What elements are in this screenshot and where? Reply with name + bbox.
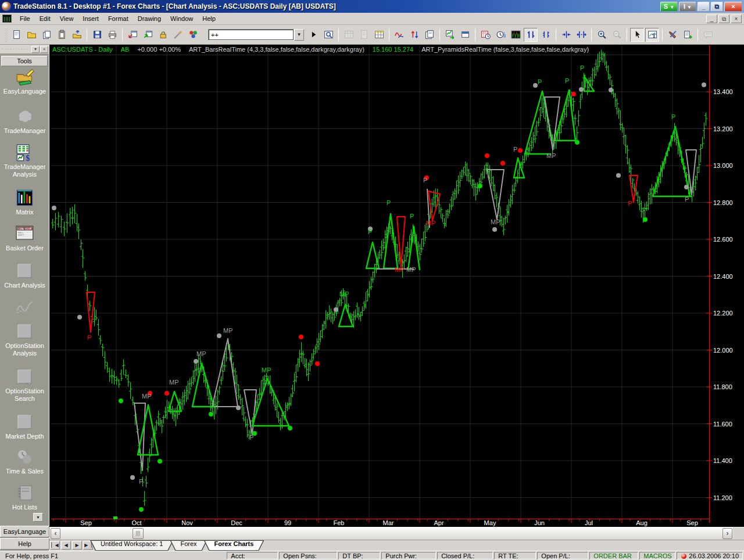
export-window-icon[interactable] — [141, 28, 155, 42]
decrease-bar-spacing-icon[interactable] — [559, 28, 573, 42]
zoom-out-icon — [610, 28, 624, 42]
sidebar-item-time-and-sales[interactable]: Time & Sales — [0, 448, 49, 475]
sidebar-group-help[interactable]: Help — [0, 538, 49, 550]
sidebar-item-trademanager-icon — [16, 107, 34, 127]
zoom-in-icon[interactable] — [595, 28, 609, 42]
sidebar-item-chart-line-icon — [16, 298, 34, 318]
svg-text:MP: MP — [406, 266, 416, 273]
lock-desktop-icon[interactable] — [156, 28, 170, 42]
quotes-table-icon[interactable] — [372, 28, 386, 42]
format-painter-icon[interactable] — [171, 28, 185, 42]
pointer-tool-icon[interactable] — [630, 28, 644, 42]
add-note-icon[interactable] — [681, 28, 695, 42]
save-desktop-icon[interactable] — [90, 28, 104, 42]
candle-style-icon[interactable] — [539, 28, 553, 42]
toolbar-separator — [87, 28, 87, 41]
sidebar-item-basket-order[interactable]: BUYSELLSELLMSFTBasket Order — [0, 225, 49, 252]
scroll-left-icon[interactable]: ‹ — [51, 528, 60, 539]
menu-insert[interactable]: Insert — [78, 13, 103, 24]
time-interval-icon[interactable] — [493, 28, 507, 42]
mdi-restore-button[interactable]: ⧉ — [718, 15, 729, 23]
prev-workspace-icon[interactable]: ◀ — [61, 541, 71, 550]
sidebar-item-trademanager-analysis[interactable]: $TradeManagerAnalysis — [0, 143, 49, 178]
print-icon[interactable] — [105, 28, 119, 42]
sidebar-item-easylanguage[interactable]: EasyLanguage — [0, 68, 49, 95]
colors-icon[interactable] — [186, 28, 200, 42]
svg-text:Oct: Oct — [131, 519, 141, 526]
menu-help[interactable]: Help — [198, 13, 220, 24]
sidebar-item-optionstation-analysis[interactable]: OptionStationAnalysis — [0, 322, 49, 357]
menu-format[interactable]: Format — [103, 13, 133, 24]
import-window-icon[interactable] — [126, 28, 140, 42]
drawing-tools-icon[interactable] — [666, 28, 679, 42]
chart-window-icon — [2, 15, 12, 23]
price-chart[interactable]: PPMPMPMPMPPMPMPPPMPMPPPMPMPPPMPPPPPP13.4… — [49, 45, 744, 527]
status-order-bar[interactable]: ORDER BAR — [589, 552, 638, 559]
command-line-input[interactable] — [208, 29, 294, 41]
mdi-close-button[interactable]: × — [731, 15, 742, 23]
close-workspace-icon[interactable] — [70, 28, 84, 42]
find-window-icon[interactable] — [321, 28, 335, 42]
sort-bars-icon[interactable] — [407, 28, 421, 42]
clipboard-icon[interactable] — [55, 28, 69, 42]
sidebar-item-chart-line[interactable] — [0, 298, 49, 318]
tools-group-button[interactable]: Tools — [1, 56, 48, 66]
status-macros[interactable]: MACROS — [639, 552, 675, 559]
sidebar-grip[interactable]: ·········· — [0, 46, 31, 52]
menu-drawing[interactable]: Drawing — [133, 13, 166, 24]
new-workspace-icon[interactable] — [9, 28, 23, 42]
sidebar-item-optionstation-search[interactable]: OptionStationSearch — [0, 368, 49, 403]
chart-analysis-pane[interactable]: PPMPMPMPMPPMPMPPPMPMPPPMPMPPPMPPPPPP13.4… — [49, 45, 744, 527]
workspaces-icon[interactable] — [40, 28, 53, 42]
sidebar-close-icon[interactable]: × — [40, 46, 48, 53]
minimize-button[interactable]: _ — [698, 2, 710, 12]
sidebar-scroll-down-icon[interactable]: ▼ — [33, 513, 43, 522]
sidebar-item-market-depth[interactable]: Market Depth — [0, 413, 49, 440]
menu-edit[interactable]: Edit — [35, 13, 55, 24]
sidebar-item-hot-lists[interactable]: Hot Lists — [0, 484, 49, 511]
first-workspace-icon[interactable]: ▏◀ — [50, 541, 60, 550]
scroll-right-icon[interactable]: › — [722, 528, 732, 539]
svg-text:P: P — [671, 113, 675, 120]
curves-icon[interactable] — [392, 28, 406, 42]
session-calendar-icon[interactable] — [478, 28, 492, 42]
bar-style-icon[interactable] — [524, 28, 538, 42]
svg-text:P: P — [249, 434, 253, 441]
toolbar-grip[interactable] — [5, 28, 7, 42]
next-workspace-icon[interactable]: ▶ — [72, 541, 82, 550]
svg-text:13.400: 13.400 — [713, 88, 733, 95]
sidebar-item-market-depth-icon — [16, 413, 34, 433]
sidebar-collapse-icon[interactable]: ▾ — [31, 46, 40, 53]
workspace-tab-forex[interactable]: Forex — [170, 540, 207, 551]
combo-dropdown-icon[interactable]: ▼ — [294, 29, 304, 41]
symbol-go-icon[interactable] — [306, 28, 320, 42]
pages-icon[interactable] — [423, 28, 437, 42]
sidebar-item-trademanager[interactable]: TradeManager — [0, 107, 49, 135]
svg-text:12.200: 12.200 — [713, 310, 733, 317]
menu-view[interactable]: View — [55, 13, 78, 24]
insert-analysis-icon[interactable] — [443, 28, 457, 42]
mdi-minimize-button[interactable]: _ — [706, 15, 717, 23]
workspace-tab-untitled-workspace-1[interactable]: Untitled Workspace: 1 — [90, 540, 173, 551]
sidebar-item-chart-analysis[interactable]: Chart Analysis — [0, 262, 49, 289]
menu-file[interactable]: File — [15, 13, 35, 24]
svg-text:11.200: 11.200 — [713, 494, 732, 501]
sidebar-group-easylanguage[interactable]: EasyLanguage — [0, 526, 49, 537]
grid-window-icon — [342, 28, 356, 42]
menu-window[interactable]: Window — [166, 13, 198, 24]
text-tool-icon[interactable]: T — [645, 28, 659, 42]
sidebar-item-matrix[interactable]: Matrix — [0, 189, 49, 216]
info-button[interactable]: I ▼ — [679, 2, 696, 12]
menu-bar: FileEditViewInsertFormatDrawingWindowHel… — [0, 13, 744, 25]
svg-text:P: P — [368, 228, 372, 235]
shortcut-orders-button[interactable]: S ▼ — [660, 2, 678, 12]
chart-style-icon[interactable] — [509, 28, 523, 42]
scrollbar-thumb[interactable] — [133, 528, 144, 539]
close-button[interactable]: × — [724, 2, 742, 12]
new-window-icon[interactable] — [458, 28, 472, 42]
chart-hscrollbar[interactable]: ‹ › — [49, 527, 744, 540]
restore-button[interactable]: ⧉ — [711, 2, 723, 12]
open-workspace-icon[interactable] — [24, 28, 38, 42]
workspace-tab-forex-charts[interactable]: Forex Charts — [204, 540, 264, 551]
increase-bar-spacing-icon[interactable] — [574, 28, 588, 42]
